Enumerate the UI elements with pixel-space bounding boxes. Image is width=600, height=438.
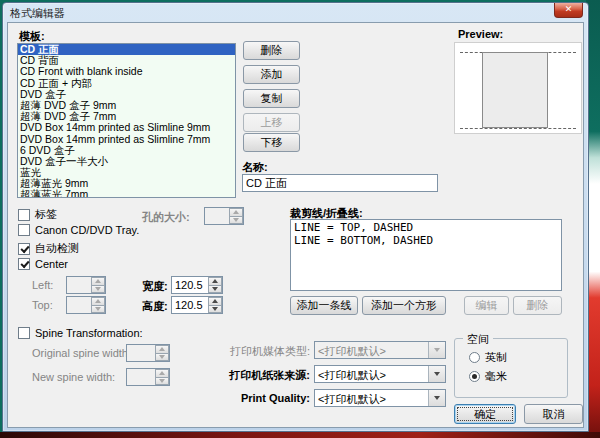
delete-line-button: 删除 [513, 296, 562, 315]
printer-media-type-label: 打印机媒体类型: [203, 344, 310, 359]
canon-tray-checkbox[interactable]: Canon CD/DVD Tray. [18, 224, 139, 236]
spin-up-icon[interactable] [208, 277, 222, 286]
new-spine-width-label: New spine width: [32, 371, 115, 383]
original-spine-width-label: Original spine width: [32, 347, 131, 359]
dropdown-arrow-icon [428, 342, 445, 358]
printer-media-type-value: <打印机默认> [318, 344, 386, 359]
dialog-body: 模板: CD 正面 CD 背面 CD Front with blank insi… [7, 22, 584, 428]
add-template-button[interactable]: 添加 [243, 65, 300, 84]
format-editor-dialog: 格式编辑器 ✕ 模板: CD 正面 CD 背面 CD Front with bl… [2, 2, 589, 432]
template-list-item[interactable]: DVD Box 14mm printed as Slimline 7mm [18, 134, 235, 145]
window-title: 格式编辑器 [10, 6, 65, 21]
label-checkbox[interactable]: 标签 [18, 207, 57, 222]
metric-radio-text: 毫米 [485, 369, 507, 384]
hole-size-spinner [204, 207, 244, 225]
cancel-button[interactable]: 取消 [524, 404, 583, 424]
preview-crop-line-bottom [460, 128, 576, 129]
crop-line-entry[interactable]: LINE = TOP, DASHED [294, 221, 558, 234]
preview-label: Preview: [458, 28, 503, 40]
checkbox-box-checked [18, 258, 30, 270]
units-group-label: 空间 [463, 332, 493, 347]
spin-down-icon[interactable] [208, 286, 222, 294]
width-spinner[interactable] [171, 276, 223, 294]
top-spinner [66, 296, 106, 314]
dropdown-arrow-icon[interactable] [428, 366, 445, 382]
print-quality-value: <打印机默认> [318, 392, 386, 407]
new-spine-width-spinner [126, 368, 170, 386]
left-spinner [66, 276, 106, 294]
left-label: Left: [32, 279, 53, 291]
auto-detect-checkbox-text: 自动检测 [35, 241, 79, 256]
height-label: 高度: [142, 299, 168, 314]
move-down-button[interactable]: 下移 [243, 133, 300, 152]
close-icon: ✕ [565, 4, 573, 14]
label-checkbox-text: 标签 [35, 207, 57, 222]
spin-up-icon [229, 208, 243, 217]
preview-cd-square [482, 52, 548, 128]
units-groupbox: 空间 英制 毫米 [454, 338, 568, 398]
spin-down-icon[interactable] [208, 306, 222, 314]
spin-down-icon [155, 354, 169, 362]
printer-paper-source-label: 打印机纸张来源: [203, 368, 310, 383]
delete-template-button[interactable]: 删除 [243, 41, 300, 60]
printer-paper-source-value: <打印机默认> [318, 368, 386, 383]
spin-down-icon [91, 286, 105, 294]
copy-template-button[interactable]: 复制 [243, 89, 300, 108]
template-listbox[interactable]: CD 正面 CD 背面 CD Front with blank inside C… [17, 43, 236, 198]
template-list-item[interactable]: DVD 盒子一半大小 [18, 156, 235, 167]
original-spine-width-spinner [126, 344, 170, 362]
crop-line-entry[interactable]: LINE = BOTTOM, DASHED [294, 234, 558, 247]
template-list-item[interactable]: DVD Box 14mm printed as Slimline 9mm [18, 122, 235, 133]
spin-up-icon[interactable] [208, 297, 222, 306]
name-label: 名称: [242, 160, 268, 175]
width-label: 宽度: [142, 279, 168, 294]
template-list-item[interactable]: 超薄蓝光 7mm [18, 189, 235, 198]
imperial-radio[interactable]: 英制 [469, 350, 507, 365]
print-quality-label: Print Quality: [203, 392, 310, 404]
move-up-button: 上移 [243, 113, 300, 132]
spin-up-icon [155, 369, 169, 378]
checkbox-box [18, 327, 30, 339]
height-spinner[interactable] [171, 296, 223, 314]
radio-circle-selected [469, 371, 480, 382]
auto-detect-checkbox[interactable]: 自动检测 [18, 241, 79, 256]
printer-paper-source-combo[interactable]: <打印机默认> [314, 365, 446, 383]
spin-up-icon [91, 277, 105, 286]
preview-panel [454, 42, 582, 134]
close-button[interactable]: ✕ [554, 3, 583, 18]
hole-size-label: 孔的大小: [142, 210, 190, 225]
crop-lines-list[interactable]: LINE = TOP, DASHED LINE = BOTTOM, DASHED [290, 219, 562, 291]
spine-transformation-checkbox[interactable]: Spine Transformation: [18, 327, 143, 339]
template-label: 模板: [19, 29, 45, 44]
edit-line-button: 编辑 [464, 296, 509, 315]
checkbox-box [18, 224, 30, 236]
ok-button[interactable]: 确定 [454, 404, 516, 424]
add-square-button[interactable]: 添加一个方形 [362, 296, 446, 315]
center-checkbox[interactable]: Center [18, 258, 68, 270]
radio-circle [469, 352, 480, 363]
print-quality-combo[interactable]: <打印机默认> [314, 389, 446, 407]
spin-up-icon [155, 345, 169, 354]
spin-up-icon [91, 297, 105, 306]
canon-tray-checkbox-text: Canon CD/DVD Tray. [35, 224, 139, 236]
desktop-background-bottom [0, 432, 600, 438]
spin-down-icon [91, 306, 105, 314]
add-line-button[interactable]: 添加一条线 [290, 296, 358, 315]
center-checkbox-text: Center [35, 258, 68, 270]
checkbox-box [18, 209, 30, 221]
dropdown-arrow-icon[interactable] [428, 390, 445, 406]
checkbox-box-checked [18, 243, 30, 255]
metric-radio[interactable]: 毫米 [469, 369, 507, 384]
spin-down-icon [229, 217, 243, 225]
spine-transformation-checkbox-text: Spine Transformation: [35, 327, 143, 339]
spin-down-icon [155, 378, 169, 386]
top-label: Top: [32, 299, 53, 311]
title-bar[interactable]: 格式编辑器 ✕ [3, 3, 588, 21]
printer-media-type-combo: <打印机默认> [314, 341, 446, 359]
name-input[interactable] [242, 174, 438, 192]
template-list-item[interactable]: CD Front with blank inside [18, 66, 235, 77]
imperial-radio-text: 英制 [485, 350, 507, 365]
